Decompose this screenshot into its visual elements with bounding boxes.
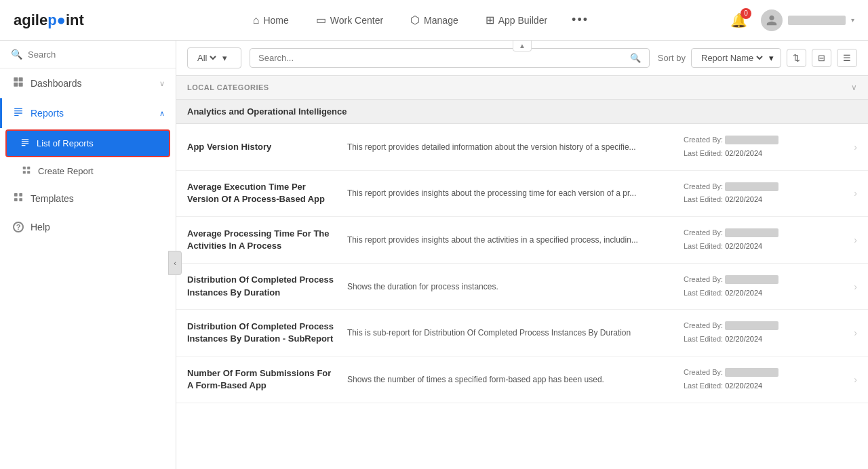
monitor-icon: ▭ [316, 14, 326, 26]
appbuilder-icon: ⊞ [486, 14, 494, 26]
created-by-label: Created By: [684, 368, 723, 376]
user-name: ██████████ [788, 16, 846, 25]
list-view-button[interactable]: ☰ [837, 49, 857, 67]
sidebar-search-input[interactable] [28, 49, 165, 60]
sort-select-input[interactable]: Report Name Date Created By [698, 52, 765, 64]
list-of-reports-icon [20, 138, 30, 149]
grid-view-button[interactable]: ⊟ [812, 49, 831, 67]
logo[interactable]: agilep●int [14, 12, 84, 29]
notification-button[interactable]: 🔔 0 [728, 9, 750, 31]
reports-chevron-icon: ∧ [159, 109, 165, 118]
report-chevron-icon: › [854, 188, 857, 199]
report-meta: Created By: ██████████ Last Edited: 02/2… [684, 273, 819, 300]
avatar [761, 9, 783, 31]
report-name-col: App Version History [187, 141, 336, 153]
created-by-value: ██████████ [725, 321, 778, 330]
collapse-up-icon: ▲ [519, 42, 526, 49]
report-row[interactable]: Average Execution Time Per Version Of A … [176, 171, 868, 218]
local-categories-header: LOCAL CATEGORIES ∨ [176, 76, 868, 100]
last-edited-label: Last Edited: [684, 382, 723, 390]
collapse-left-icon: ‹ [174, 259, 176, 267]
created-by-value: ██████████ [725, 182, 778, 191]
sidebar-item-list-of-reports[interactable]: List of Reports [5, 129, 170, 157]
report-description: This report provides insights about the … [347, 188, 673, 198]
svg-rect-11 [22, 145, 26, 146]
sort-dropdown[interactable]: Report Name Date Created By ▾ [691, 48, 781, 68]
svg-rect-19 [19, 198, 22, 201]
created-by-label: Created By: [684, 275, 723, 283]
report-name: Average Processing Time For The Activiti… [187, 228, 336, 252]
filter-select-input[interactable]: All [195, 52, 218, 64]
sort-direction-button[interactable]: ⇅ [787, 49, 806, 67]
last-edited-label: Last Edited: [684, 242, 723, 250]
created-by-value: ██████████ [725, 228, 778, 237]
report-description: Shows the number of times a specified fo… [347, 375, 673, 384]
report-chevron-icon: › [854, 281, 857, 292]
sidebar-item-reports[interactable]: Reports ∧ [0, 98, 176, 128]
svg-rect-15 [27, 171, 30, 174]
category-collapse-icon[interactable]: ∨ [851, 83, 857, 92]
last-edited-value: 02/20/2024 [725, 195, 762, 203]
templates-label: Templates [31, 193, 165, 204]
created-by-label: Created By: [684, 228, 723, 237]
report-description: Shows the duration for process instances… [347, 282, 673, 291]
report-description: This is sub-report for Distribution Of C… [347, 328, 673, 338]
svg-rect-14 [23, 171, 26, 174]
section-title: Analytics and Operational Intelligence [187, 106, 347, 117]
sort-chevron-icon: ▾ [769, 53, 774, 63]
top-collapse-button[interactable]: ▲ [513, 41, 532, 52]
user-chevron-icon: ▾ [851, 16, 854, 24]
sidebar-item-dashboards[interactable]: Dashboards ∨ [0, 68, 176, 98]
sidebar-item-help[interactable]: ? Help [0, 213, 176, 241]
create-report-icon [22, 165, 31, 177]
sidebar-collapse-button[interactable]: ‹ [168, 251, 182, 275]
nav-more-button[interactable]: ••• [564, 7, 597, 33]
nav-appbuilder[interactable]: ⊞ App Builder [475, 8, 558, 32]
nav-items: ⌂ Home ▭ Work Center ⬡ Manage ⊞ App Buil… [111, 7, 728, 33]
user-menu[interactable]: ██████████ ▾ [761, 9, 854, 31]
sort-area: Sort by Report Name Date Created By ▾ ⇅ … [658, 48, 857, 68]
svg-rect-1 [19, 77, 23, 81]
logo-text: agilep●int [14, 12, 84, 29]
content-search-input[interactable] [258, 53, 625, 63]
nav-home-label: Home [263, 15, 288, 26]
grid-icon: ⊟ [818, 53, 825, 63]
dashboards-chevron-icon: ∨ [159, 79, 165, 88]
report-description: This report provides detailed informatio… [347, 142, 673, 152]
sidebar: 🔍 Dashboards ∨ Reports ∧ List of Reports [0, 41, 176, 469]
filter-chevron-icon: ▾ [222, 53, 227, 63]
report-row[interactable]: Distribution Of Completed Process Instan… [176, 310, 868, 356]
filter-dropdown[interactable]: All ▾ [187, 47, 241, 68]
nav-manage-label: Manage [424, 15, 458, 26]
last-edited-value: 02/20/2024 [725, 149, 762, 157]
nav-workcenter[interactable]: ▭ Work Center [305, 8, 394, 32]
dashboards-label: Dashboards [31, 78, 153, 89]
last-edited-value: 02/20/2024 [725, 382, 762, 390]
svg-rect-16 [14, 193, 18, 197]
help-icon: ? [13, 222, 24, 232]
svg-rect-10 [22, 143, 29, 144]
content-search-icon[interactable]: 🔍 [630, 53, 641, 63]
sidebar-item-create-report[interactable]: Create Report [0, 159, 176, 184]
nav-appbuilder-label: App Builder [498, 15, 547, 26]
last-edited-value: 02/20/2024 [725, 289, 762, 297]
help-label: Help [31, 222, 165, 232]
search-icon: 🔍 [11, 49, 22, 60]
report-name-col: Distribution Of Completed Process Instan… [187, 321, 336, 345]
nav-manage[interactable]: ⬡ Manage [399, 8, 469, 32]
section-header: Analytics and Operational Intelligence [176, 100, 868, 124]
sidebar-search-area: 🔍 [0, 41, 176, 68]
report-name: Average Execution Time Per Version Of A … [187, 181, 336, 205]
svg-rect-3 [19, 83, 23, 87]
report-row[interactable]: Average Processing Time For The Activiti… [176, 217, 868, 264]
reports-label: Reports [31, 108, 153, 119]
report-row[interactable]: Number Of Form Submissions For A Form-Ba… [176, 356, 868, 403]
report-row[interactable]: Distribution Of Completed Process Instan… [176, 264, 868, 310]
svg-rect-7 [14, 115, 19, 116]
report-row[interactable]: App Version History This report provides… [176, 124, 868, 171]
list-of-reports-label: List of Reports [37, 138, 94, 148]
home-icon: ⌂ [253, 14, 260, 26]
sidebar-item-templates[interactable]: Templates [0, 184, 176, 213]
report-description: This report provides insights about the … [347, 235, 673, 245]
nav-home[interactable]: ⌂ Home [242, 9, 300, 32]
